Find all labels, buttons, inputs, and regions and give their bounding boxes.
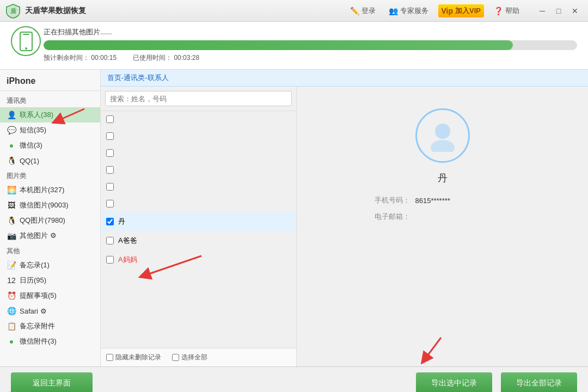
sidebar: iPhone 通讯类 👤 联系人(38) 💬 短信(35) ● 微信(3) 🐧 … [0,70,101,366]
contact-row-dan[interactable]: 丹 [101,212,296,231]
contact-checkbox[interactable] [106,200,114,207]
phone-label: 手机号码： [366,195,410,205]
sidebar-item-wechat[interactable]: ● 微信(3) [0,138,100,153]
sidebar-item-wechat-photos[interactable]: 🖼 微信图片(9003) [0,198,100,213]
help-label: 帮助 [505,6,519,16]
breadcrumb: 首页-通讯类-联系人 [101,70,588,87]
window-controls: ─ □ ✕ [535,3,583,19]
notes-icon: 📝 [7,260,16,270]
progress-area: 正在扫描其他图片...... 预计剩余时间： 00:00:15 已使用时间： 0… [0,22,588,70]
bottom-bar: 返回主界面 导出选中记录 导出全部记录 v4.4 [0,366,588,392]
device-name: iPhone [0,74,100,91]
wechat-attach-label: 微信附件(3) [20,336,57,346]
search-input[interactable] [105,91,292,106]
list-detail: 丹 A爸爸 A妈妈 隐藏未删除记录 [101,87,588,366]
close-button[interactable]: ✕ [567,3,583,19]
sms-label: 短信(35) [20,125,46,135]
notes-attach-label: 备忘录附件 [20,321,55,331]
svg-point-3 [25,47,27,50]
sidebar-item-sms[interactable]: 💬 短信(35) [0,122,100,138]
select-all-checkbox[interactable] [172,354,179,361]
sidebar-item-reminders[interactable]: ⏰ 提醒事项(5) [0,288,100,303]
sms-icon: 💬 [7,125,16,135]
contact-detail-name: 丹 [438,171,448,185]
contact-name-a-father: A爸爸 [118,236,137,246]
contact-row-a-mother[interactable]: A妈妈 [101,250,296,270]
contact-name-dan: 丹 [118,217,125,226]
vip-button[interactable]: Vip 加入VIP [438,4,485,17]
reminders-icon: ⏰ [7,291,16,301]
app-title: 天盾苹果数据恢复 [25,6,347,16]
expert-button[interactable]: 👥 专家服务 [385,4,432,17]
maximize-button[interactable]: □ [551,3,566,19]
other-photos-icon: 📷 [7,231,16,241]
minimize-button[interactable]: ─ [535,3,550,19]
contact-checkbox[interactable] [106,166,114,174]
contact-checkbox-dan[interactable] [106,218,114,225]
contact-checkbox-a-father[interactable] [106,237,114,244]
progress-bar [44,40,577,50]
titlebar: 盾 天盾苹果数据恢复 ✏️ 登录 👥 专家服务 Vip 加入VIP ❓ 帮助 ─… [0,0,588,22]
sidebar-item-calendar[interactable]: 12 日历(95) [0,273,100,288]
sidebar-item-contacts[interactable]: 👤 联系人(38) [0,107,100,122]
svg-rect-2 [23,34,29,35]
contacts-icon: 👤 [7,110,16,120]
contact-row[interactable] [101,111,296,128]
contact-row[interactable] [101,128,296,145]
category-communications: 通讯类 [0,93,100,107]
back-button[interactable]: 返回主界面 [11,372,93,393]
help-icon: ❓ [494,7,503,15]
sidebar-item-qq-photos[interactable]: 🐧 QQ图片(7980) [0,213,100,228]
sidebar-item-safari[interactable]: 🌐 Safari ⚙ [0,303,100,318]
sidebar-item-qq[interactable]: 🐧 QQ(1) [0,153,100,168]
qq-icon: 🐧 [7,156,16,166]
expert-icon: 👥 [389,7,398,15]
qq-label: QQ(1) [20,157,39,165]
hide-deleted-label[interactable]: 隐藏未删除记录 [106,353,161,362]
wechat-photos-label: 微信图片(9003) [20,200,69,210]
contact-checkbox[interactable] [106,149,114,157]
sidebar-item-other-photos[interactable]: 📷 其他图片 ⚙ [0,228,100,243]
vip-label: 加入VIP [455,6,481,16]
content-area: 首页-通讯类-联系人 [101,70,588,366]
sidebar-item-notes-attachment[interactable]: 📋 备忘录附件 [0,318,100,334]
svg-text:盾: 盾 [10,8,17,14]
sidebar-item-local-photos[interactable]: 🌅 本机图片(327) [0,182,100,198]
contact-row[interactable] [101,145,296,162]
contact-checkbox[interactable] [106,183,114,191]
avatar [415,108,470,163]
qq-photos-label: QQ图片(7980) [20,216,65,225]
sidebar-item-notes[interactable]: 📝 备忘录(1) [0,258,100,273]
contact-table: 丹 A爸爸 A妈妈 [101,111,296,348]
contact-row[interactable] [101,195,296,212]
svg-point-4 [435,124,450,139]
contact-row-a-father[interactable]: A爸爸 [101,231,296,250]
export-selected-button[interactable]: 导出选中记录 [416,372,492,393]
login-icon: ✏️ [350,7,359,15]
login-button[interactable]: ✏️ 登录 [347,4,379,17]
contact-detail: 丹 手机号码： 8615******* 电子邮箱： [297,87,588,366]
category-other: 其他 [0,243,100,258]
hide-deleted-checkbox[interactable] [106,354,113,361]
phone-field: 手机号码： 8615******* [366,195,519,205]
search-bar [101,87,296,111]
login-label: 登录 [362,6,376,16]
other-photos-label: 其他图片 ⚙ [20,231,57,241]
sidebar-item-wechat-attachment[interactable]: ● 微信附件(3) [0,334,100,349]
select-all-label[interactable]: 选择全部 [172,353,207,362]
calendar-icon: 12 [7,275,16,285]
export-all-button[interactable]: 导出全部记录 [501,372,577,393]
contact-checkbox-a-mother[interactable] [106,256,114,264]
category-images: 图片类 [0,168,100,182]
main-layout: iPhone 通讯类 👤 联系人(38) 💬 短信(35) ● 微信(3) 🐧 … [0,70,588,366]
contact-row[interactable] [101,162,296,179]
contact-row[interactable] [101,179,296,195]
help-button[interactable]: ❓ 帮助 [491,4,523,17]
contact-checkbox[interactable] [106,115,114,123]
phone-value: 8615******* [415,197,450,205]
qq-photos-icon: 🐧 [7,216,16,225]
email-field: 电子邮箱： [366,212,519,222]
contact-name-a-mother: A妈妈 [118,255,137,265]
safari-label: Safari ⚙ [20,307,47,315]
contact-checkbox[interactable] [106,132,114,140]
